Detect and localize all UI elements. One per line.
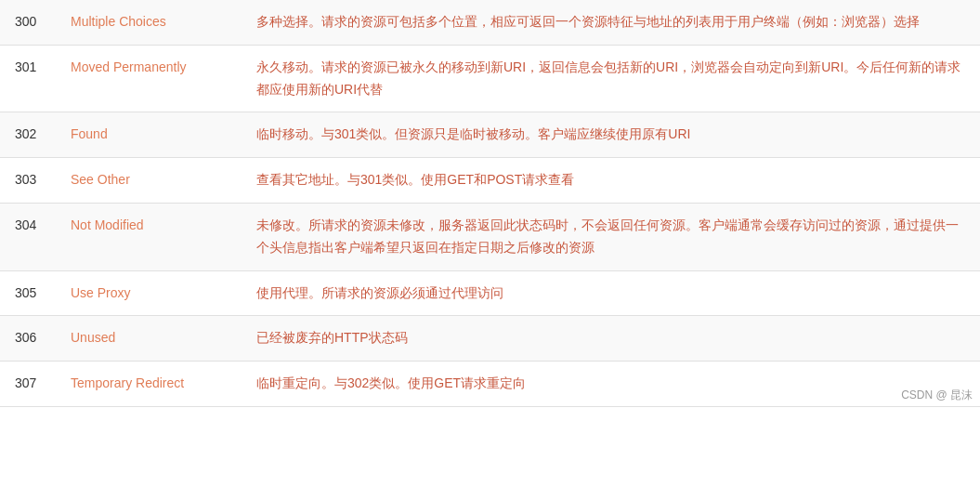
table-row: 300Multiple Choices多种选择。请求的资源可包括多个位置，相应可… <box>0 0 980 45</box>
table-row: 306Unused已经被废弃的HTTP状态码 <box>0 316 980 362</box>
status-name: See Other <box>56 158 242 204</box>
status-name: Not Modified <box>56 203 242 270</box>
status-desc: 临时移动。与301类似。但资源只是临时被移动。客户端应继续使用原有URI <box>242 112 980 158</box>
status-code: 307 <box>0 362 56 407</box>
status-code: 301 <box>0 45 56 112</box>
status-name: Use Proxy <box>56 270 242 316</box>
status-desc: 查看其它地址。与301类似。使用GET和POST请求查看 <box>242 158 980 204</box>
status-name: Unused <box>56 316 242 362</box>
status-name: Multiple Choices <box>56 0 242 45</box>
status-code: 304 <box>0 203 56 270</box>
status-desc: 多种选择。请求的资源可包括多个位置，相应可返回一个资源特征与地址的列表用于用户终… <box>242 0 980 45</box>
status-code: 300 <box>0 0 56 45</box>
http-status-table: 300Multiple Choices多种选择。请求的资源可包括多个位置，相应可… <box>0 0 980 407</box>
status-desc: 临时重定向。与302类似。使用GET请求重定向 <box>242 362 980 407</box>
status-code: 306 <box>0 316 56 362</box>
status-desc: 永久移动。请求的资源已被永久的移动到新URI，返回信息会包括新的URI，浏览器会… <box>242 45 980 112</box>
table-row: 307Temporary Redirect临时重定向。与302类似。使用GET请… <box>0 362 980 407</box>
table-row: 303See Other查看其它地址。与301类似。使用GET和POST请求查看 <box>0 158 980 204</box>
status-name: Moved Permanently <box>56 45 242 112</box>
table-container: 300Multiple Choices多种选择。请求的资源可包括多个位置，相应可… <box>0 0 980 407</box>
status-desc: 使用代理。所请求的资源必须通过代理访问 <box>242 270 980 316</box>
table-row: 304Not Modified未修改。所请求的资源未修改，服务器返回此状态码时，… <box>0 203 980 270</box>
status-desc: 未修改。所请求的资源未修改，服务器返回此状态码时，不会返回任何资源。客户端通常会… <box>242 203 980 270</box>
status-name: Found <box>56 112 242 158</box>
status-desc: 已经被废弃的HTTP状态码 <box>242 316 980 362</box>
status-name: Temporary Redirect <box>56 362 242 407</box>
footer-credit: CSDN @ 昆沫 <box>901 388 973 403</box>
status-code: 302 <box>0 112 56 158</box>
status-code: 303 <box>0 158 56 204</box>
status-code: 305 <box>0 270 56 316</box>
table-row: 305Use Proxy使用代理。所请求的资源必须通过代理访问 <box>0 270 980 316</box>
table-row: 302Found临时移动。与301类似。但资源只是临时被移动。客户端应继续使用原… <box>0 112 980 158</box>
table-row: 301Moved Permanently永久移动。请求的资源已被永久的移动到新U… <box>0 45 980 112</box>
